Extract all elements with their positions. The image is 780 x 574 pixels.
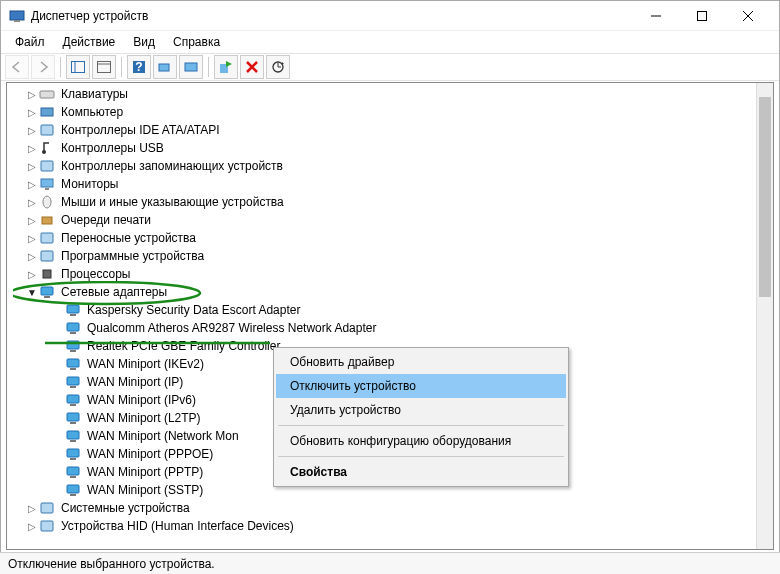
software-icon [39, 248, 55, 264]
svg-rect-53 [70, 494, 76, 496]
chevron-right-icon[interactable]: ▷ [25, 521, 39, 532]
usb-icon [39, 140, 55, 156]
nav-fwd-button[interactable] [31, 55, 55, 79]
tree-item-label: Переносные устройства [59, 231, 198, 245]
titlebar: Диспетчер устройств [1, 1, 779, 31]
svg-rect-19 [41, 108, 53, 116]
cpu-icon [39, 266, 55, 282]
toolbar: ? [1, 53, 779, 81]
tree-item[interactable]: ▷Процессоры [7, 265, 756, 283]
chevron-right-icon[interactable]: ▷ [25, 197, 39, 208]
toolbar-help-button[interactable]: ? [127, 55, 151, 79]
menu-file[interactable]: Файл [7, 33, 53, 51]
svg-rect-28 [41, 251, 53, 261]
tree-item[interactable]: ▷Системные устройства [7, 499, 756, 517]
tree-item[interactable]: Qualcomm Atheros AR9287 Wireless Network… [7, 319, 756, 337]
svg-rect-48 [67, 449, 79, 457]
toolbar-monitor-button[interactable] [179, 55, 203, 79]
svg-rect-24 [45, 188, 49, 190]
menu-view[interactable]: Вид [125, 33, 163, 51]
context-menu-item[interactable]: Удалить устройство [276, 398, 566, 422]
tree-item-label: Контроллеры IDE ATA/ATAPI [59, 123, 222, 137]
svg-rect-52 [67, 485, 79, 493]
tree-item[interactable]: ▷Контроллеры USB [7, 139, 756, 157]
tree-item-label: Программные устройства [59, 249, 206, 263]
chevron-right-icon[interactable]: ▷ [25, 107, 39, 118]
chevron-down-icon[interactable]: ▼ [25, 287, 39, 298]
context-menu-item[interactable]: Обновить конфигурацию оборудования [276, 429, 566, 453]
scrollbar-thumb[interactable] [759, 97, 771, 297]
tree-item[interactable]: ▷Мыши и иные указывающие устройства [7, 193, 756, 211]
toolbar-uninstall-button[interactable] [240, 55, 264, 79]
portable-icon [39, 230, 55, 246]
svg-rect-32 [67, 305, 79, 313]
tree-item-label: WAN Miniport (PPTP) [85, 465, 205, 479]
tree-item-label: WAN Miniport (PPPOE) [85, 447, 215, 461]
menu-action[interactable]: Действие [55, 33, 124, 51]
svg-rect-42 [67, 395, 79, 403]
chevron-right-icon[interactable]: ▷ [25, 269, 39, 280]
toolbar-update-button[interactable] [266, 55, 290, 79]
svg-rect-31 [44, 296, 50, 298]
statusbar: Отключение выбранного устройства. [0, 552, 780, 574]
svg-rect-3 [698, 11, 707, 20]
chevron-right-icon[interactable]: ▷ [25, 179, 39, 190]
network-icon [65, 428, 81, 444]
tree-item[interactable]: ▷Переносные устройства [7, 229, 756, 247]
svg-rect-29 [43, 270, 51, 278]
tree-item[interactable]: ▷Компьютер [7, 103, 756, 121]
menu-help[interactable]: Справка [165, 33, 228, 51]
minimize-button[interactable] [633, 1, 679, 31]
context-menu-item[interactable]: Свойства [276, 460, 566, 484]
chevron-right-icon[interactable]: ▷ [25, 161, 39, 172]
chevron-right-icon[interactable]: ▷ [25, 89, 39, 100]
tree-item[interactable]: ▷Клавиатуры [7, 85, 756, 103]
tree-item[interactable]: Kaspersky Security Data Escort Adapter [7, 301, 756, 319]
svg-rect-39 [70, 368, 76, 370]
toolbar-showall-button[interactable] [66, 55, 90, 79]
tree-item-label: WAN Miniport (IPv6) [85, 393, 198, 407]
svg-point-25 [43, 196, 51, 208]
network-icon [65, 446, 81, 462]
svg-rect-41 [70, 386, 76, 388]
context-menu[interactable]: Обновить драйверОтключить устройствоУдал… [273, 347, 569, 487]
maximize-button[interactable] [679, 1, 725, 31]
system-icon [39, 500, 55, 516]
hid-icon [39, 518, 55, 534]
menubar: Файл Действие Вид Справка [1, 31, 779, 53]
tree-item[interactable]: ▷Программные устройства [7, 247, 756, 265]
svg-rect-54 [41, 503, 53, 513]
toolbar-properties-button[interactable] [92, 55, 116, 79]
toolbar-enable-button[interactable] [214, 55, 238, 79]
svg-rect-38 [67, 359, 79, 367]
svg-rect-8 [98, 62, 111, 73]
monitor-icon [39, 176, 55, 192]
chevron-right-icon[interactable]: ▷ [25, 143, 39, 154]
vertical-scrollbar[interactable] [756, 83, 773, 549]
chevron-right-icon[interactable]: ▷ [25, 233, 39, 244]
nav-back-button[interactable] [5, 55, 29, 79]
tree-item-label: Устройства HID (Human Interface Devices) [59, 519, 296, 533]
chevron-right-icon[interactable]: ▷ [25, 251, 39, 262]
tree-item-label: Очереди печати [59, 213, 153, 227]
svg-rect-22 [41, 161, 53, 171]
tree-item[interactable]: ▼Сетевые адаптеры [7, 283, 756, 301]
network-icon [65, 356, 81, 372]
tree-item[interactable]: ▷Устройства HID (Human Interface Devices… [7, 517, 756, 535]
svg-rect-47 [70, 440, 76, 442]
tree-item[interactable]: ▷Мониторы [7, 175, 756, 193]
close-button[interactable] [725, 1, 771, 31]
network-icon [65, 410, 81, 426]
chevron-right-icon[interactable]: ▷ [25, 503, 39, 514]
context-menu-item[interactable]: Отключить устройство [276, 374, 566, 398]
toolbar-scan-button[interactable] [153, 55, 177, 79]
svg-rect-46 [67, 431, 79, 439]
context-menu-item[interactable]: Обновить драйвер [276, 350, 566, 374]
network-icon [65, 464, 81, 480]
tree-item[interactable]: ▷Контроллеры IDE ATA/ATAPI [7, 121, 756, 139]
chevron-right-icon[interactable]: ▷ [25, 125, 39, 136]
chevron-right-icon[interactable]: ▷ [25, 215, 39, 226]
tree-item[interactable]: ▷Очереди печати [7, 211, 756, 229]
svg-rect-23 [41, 179, 53, 187]
tree-item[interactable]: ▷Контроллеры запоминающих устройств [7, 157, 756, 175]
